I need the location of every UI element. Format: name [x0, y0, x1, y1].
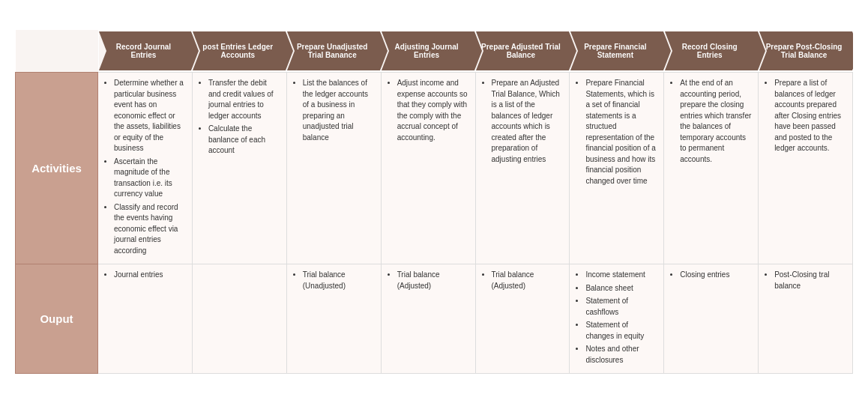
- cell-record-closing-activities: At the end of an accounting period, prep…: [664, 73, 759, 264]
- cell-post-entries-activities: Transfer the debit and credit values of …: [192, 73, 286, 264]
- header-label-record-closing: Record Closing Entries: [665, 31, 758, 70]
- cell-prepare-adjusted-output: Trial balance (Adjusted): [475, 264, 570, 374]
- cell-record-journal-output: Journal entries: [98, 264, 193, 374]
- cell-record-closing-output: Closing entries: [664, 264, 759, 374]
- cell-prepare-financial-output: Income statementBalance sheetStatement o…: [570, 264, 664, 374]
- cell-prepare-postclosing-activities: Prepare a list of balances of ledger acc…: [759, 73, 853, 264]
- process-table: Record Journal Entriespost Entries Ledge…: [15, 30, 853, 374]
- header-label-record-journal: Record Journal Entries: [99, 31, 192, 70]
- header-label-post-entries: post Entries Ledger Accounts: [193, 31, 286, 70]
- cell-prepare-financial-activities: Prepare Financial Statements, which is a…: [570, 73, 664, 264]
- cell-prepare-adjusted-activities: Prepare an Adjusted Trial Balance, Which…: [475, 73, 570, 264]
- header-cell-prepare-financial: Prepare Financial Statement: [570, 30, 664, 73]
- header-cell-record-journal: Record Journal Entries: [98, 30, 193, 73]
- activities-label: Activities: [16, 73, 98, 264]
- header-label-adjusting-journal: Adjusting Journal Entries: [382, 31, 474, 70]
- output-label: Ouput: [16, 264, 98, 374]
- header-cell-prepare-unadjusted: Prepare Unadjusted Trial Banance: [286, 30, 381, 73]
- diagram-container: Record Journal Entriespost Entries Ledge…: [15, 30, 853, 374]
- output-row: OuputJournal entriesTrial balance (Unadj…: [16, 264, 853, 374]
- header-row: Record Journal Entriespost Entries Ledge…: [16, 30, 853, 73]
- header-cell-prepare-adjusted: Prepare Adjusted Trial Balance: [475, 30, 570, 73]
- header-label-prepare-adjusted: Prepare Adjusted Trial Balance: [476, 31, 569, 70]
- header-label-prepare-financial: Prepare Financial Statement: [570, 31, 663, 70]
- activities-row: ActivitiesDetermine whether a particular…: [16, 73, 853, 264]
- cell-record-journal-activities: Determine whether a particular business …: [98, 73, 193, 264]
- header-cell-adjusting-journal: Adjusting Journal Entries: [381, 30, 475, 73]
- header-label-prepare-unadjusted: Prepare Unadjusted Trial Banance: [287, 31, 380, 70]
- cell-post-entries-output: [192, 264, 286, 374]
- cell-prepare-unadjusted-activities: List the balances of the ledger accounts…: [286, 73, 381, 264]
- header-cell-record-closing: Record Closing Entries: [664, 30, 759, 73]
- cell-adjusting-journal-activities: Adjust income and expense accounts so th…: [381, 73, 475, 264]
- header-label-placeholder: [16, 30, 98, 73]
- cell-adjusting-journal-output: Trial balance (Adjusted): [381, 264, 475, 374]
- header-cell-post-entries: post Entries Ledger Accounts: [192, 30, 286, 73]
- cell-prepare-postclosing-output: Post-Closing tral balance: [759, 264, 853, 374]
- cell-prepare-unadjusted-output: Trial balance (Unadjusted): [286, 264, 381, 374]
- header-cell-prepare-postclosing: Prepare Post-Closing Trial Balance: [759, 30, 853, 73]
- header-label-prepare-postclosing: Prepare Post-Closing Trial Balance: [759, 31, 852, 70]
